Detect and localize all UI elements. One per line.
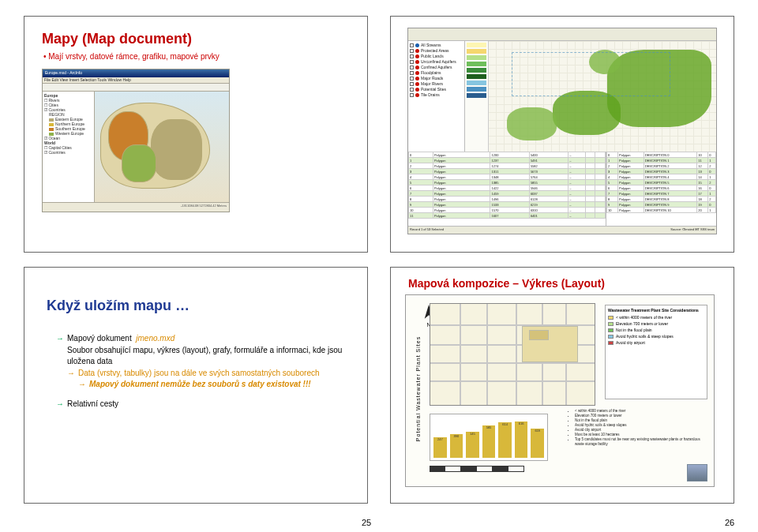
gis-statusbar: Record 1 of 53 Selected Source: Olmsted … [408, 226, 716, 234]
gis-toolbar [408, 28, 716, 41]
layout-bar-chart: 247390145585614616619 [430, 414, 548, 461]
layout-title-vertical: Potential Wastewater Plant Sites [412, 330, 425, 447]
gis-map-canvas [489, 41, 716, 152]
gis-attribute-table: 0Polygon12005400–1Polygon12375491–2Polyg… [408, 152, 606, 234]
slide1-bullet: • Mají vrstvy, datové rámce, grafiku, ma… [43, 52, 350, 61]
gis-toc: All StreamsProtected AreasPublic LandsUn… [408, 41, 465, 152]
slide1-title: Mapy (Map document) [42, 31, 350, 47]
layout-criteria-text: < within 4000 meters of the riverElevati… [567, 406, 707, 461]
slide4-title: Mapová kompozice – Výkres (Layout) [408, 277, 719, 290]
page-number-right: 26 [725, 518, 734, 527]
arcmap-window: Europe.mxd - ArcInfo File Edit View Inse… [42, 69, 230, 212]
gis-window: All StreamsProtected AreasPublic LandsUn… [407, 28, 717, 234]
layout-preview: N Potential Wastewater Plant Sites Waste… [405, 294, 715, 487]
slide3-body: →Mapový dokument jmeno.mxd Soubor obsahu… [56, 333, 350, 410]
arcmap-statusbar: -1311084.08 5272804.42 Meters [43, 202, 229, 212]
page-number-left: 25 [362, 518, 371, 527]
arcmap-toolbar [43, 84, 229, 92]
arcmap-map-canvas [95, 92, 229, 202]
layout-map [430, 303, 595, 406]
slide-gis-composite: All StreamsProtected AreasPublic LandsUn… [390, 16, 734, 253]
slide-layout: Mapová kompozice – Výkres (Layout) N Pot… [390, 267, 734, 504]
arcmap-menubar: File Edit View Insert Selection Tools Wi… [43, 77, 229, 84]
overview-globe [687, 464, 707, 481]
slide3-title: Když uložím mapu … [47, 298, 350, 314]
layout-legend: Wastewater Treatment Plant Site Consider… [605, 305, 707, 399]
scalebar [430, 466, 524, 472]
slide-map-document: Mapy (Map document) • Mají vrstvy, datov… [24, 16, 368, 253]
gis-selection-info: 0PolygonDESCRIPTION 01001PolygonDESCRIPT… [606, 152, 716, 234]
arcmap-titlebar: Europe.mxd - ArcInfo [43, 69, 229, 77]
arcmap-toc: Europe ☐ Rivers ☐ Cities ☑ Countries REG… [43, 92, 95, 202]
gis-legend [465, 41, 489, 152]
slide-save-map: Když uložím mapu … →Mapový dokument jmen… [24, 267, 368, 504]
